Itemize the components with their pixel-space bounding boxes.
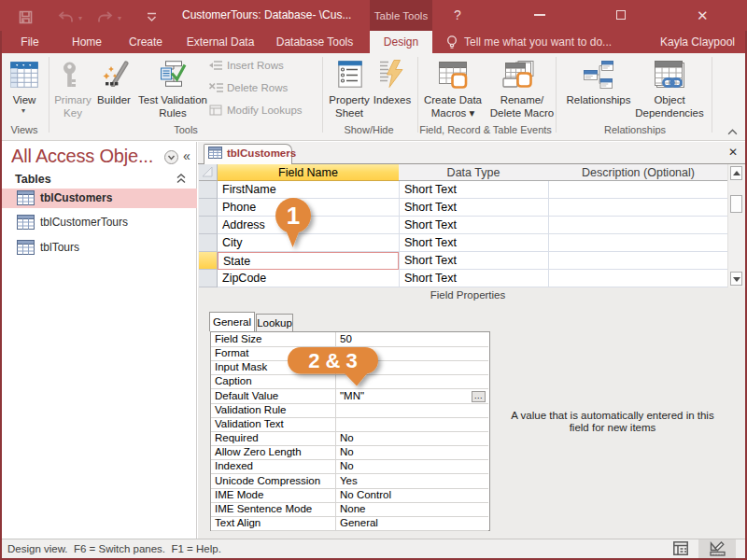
svg-text:2 & 3: 2 & 3 (308, 349, 358, 372)
svg-text:1: 1 (287, 202, 300, 230)
